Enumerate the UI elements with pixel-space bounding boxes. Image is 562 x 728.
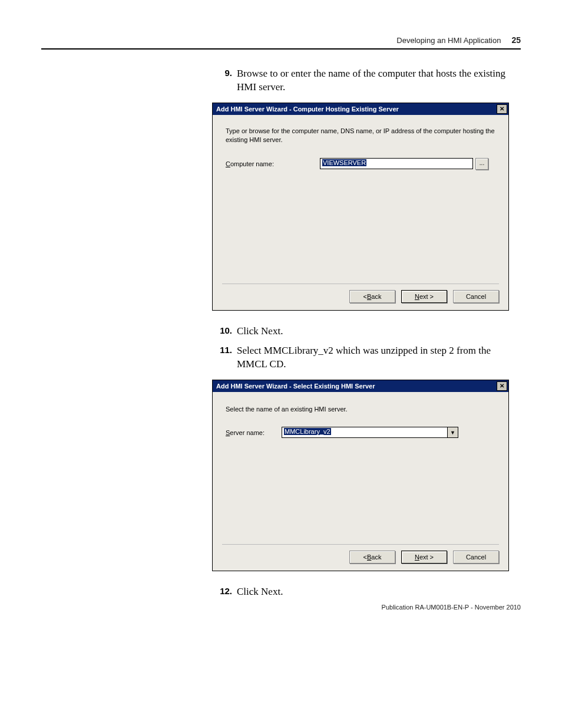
step-number: 10. [212,325,237,338]
server-name-combo[interactable]: MMCLibrary_v2 ▼ [282,427,458,438]
dialog-computer-hosting: Add HMI Server Wizard - Computer Hosting… [212,103,509,311]
computer-name-input[interactable]: VIEWSERVER [320,158,473,169]
next-button[interactable]: Next > [401,290,447,303]
step-text: Click Next. [237,325,521,338]
step-number: 12. [212,585,237,599]
browse-button[interactable]: ... [475,158,488,170]
dialog-description: Type or browse for the computer name, DN… [226,127,495,145]
cancel-button[interactable]: Cancel [453,551,499,564]
chapter-title: Developing an HMI Application [396,36,501,45]
step-number: 9. [212,67,237,94]
dialog-title: Add HMI Server Wizard - Computer Hosting… [216,106,399,113]
server-name-row: Server name: MMCLibrary_v2 ▼ [226,427,495,438]
dialog-button-row: < Back Next > Cancel [222,284,499,303]
close-icon[interactable]: ✕ [497,381,507,391]
page-number: 25 [511,35,521,45]
step-text: Select MMCLibrary_v2 which was unzipped … [237,344,521,371]
dialog-title: Add HMI Server Wizard - Select Existing … [216,383,375,390]
server-name-value: MMCLibrary_v2 [284,428,331,435]
dialog-select-hmi-server: Add HMI Server Wizard - Select Existing … [212,380,509,571]
close-icon[interactable]: ✕ [497,104,507,114]
back-button[interactable]: < Back [349,551,395,564]
computer-name-row: Computer name: VIEWSERVER ... [226,158,495,170]
step-10: 10. Click Next. [212,325,521,338]
publication-footer: Publication RA-UM001B-EN-P - November 20… [382,604,521,611]
page-header: Developing an HMI Application 25 [41,35,521,45]
computer-name-value: VIEWSERVER [322,159,366,166]
computer-name-label: Computer name: [226,160,320,167]
step-text: Click Next. [237,585,521,599]
back-button[interactable]: < Back [349,290,395,303]
step-9: 9. Browse to or enter the name of the co… [212,67,521,94]
dialog-button-row: < Back Next > Cancel [222,544,499,564]
server-name-label: Server name: [226,429,282,436]
step-text: Browse to or enter the name of the compu… [237,67,521,94]
dialog-titlebar: Add HMI Server Wizard - Select Existing … [213,380,508,392]
chevron-down-icon[interactable]: ▼ [448,427,458,438]
step-number: 11. [212,344,237,371]
step-12: 12. Click Next. [212,585,521,599]
dialog-description: Select the name of an existing HMI serve… [226,405,495,414]
step-11: 11. Select MMCLibrary_v2 which was unzip… [212,344,521,371]
header-rule [41,48,521,50]
next-button[interactable]: Next > [401,551,447,564]
dialog-titlebar: Add HMI Server Wizard - Computer Hosting… [213,103,508,115]
cancel-button[interactable]: Cancel [453,290,499,303]
